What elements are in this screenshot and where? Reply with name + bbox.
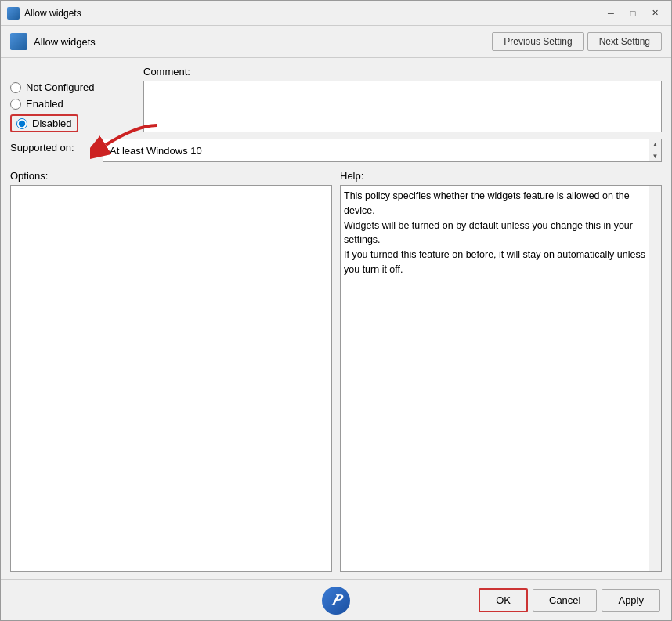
scroll-up-icon: ▲ xyxy=(652,141,659,148)
supported-row: Supported on: At least Windows 10 ▲ ▼ xyxy=(10,139,662,162)
scroll-down-icon: ▼ xyxy=(652,153,659,160)
disabled-radio[interactable] xyxy=(16,118,27,129)
supported-value-container: At least Windows 10 ▲ ▼ xyxy=(103,139,662,162)
logo-icon: 𝑃 xyxy=(322,587,350,615)
maximize-button[interactable]: □ xyxy=(623,5,643,22)
apply-button[interactable]: Apply xyxy=(602,589,660,612)
help-label: Help: xyxy=(340,170,662,182)
comment-label: Comment: xyxy=(143,66,662,78)
comment-section: Comment: xyxy=(143,66,662,132)
cancel-button[interactable]: Cancel xyxy=(533,589,597,612)
minimize-button[interactable]: ─ xyxy=(601,5,621,22)
options-label: Options: xyxy=(10,170,332,182)
next-setting-button[interactable]: Next Setting xyxy=(587,32,662,51)
top-section: Not Configured Enabled Disabled Comment: xyxy=(10,66,662,132)
help-text: This policy specifies whether the widget… xyxy=(344,190,645,275)
nav-buttons: Previous Setting Next Setting xyxy=(492,32,662,51)
supported-scrollbar[interactable]: ▲ ▼ xyxy=(649,139,661,161)
supported-value: At least Windows 10 xyxy=(110,145,202,157)
not-configured-label: Not Configured xyxy=(26,81,94,93)
disabled-label: Disabled xyxy=(32,117,72,129)
previous-setting-button[interactable]: Previous Setting xyxy=(492,32,583,51)
title-bar-title: Allow widgets xyxy=(24,8,601,19)
ok-button[interactable]: OK xyxy=(479,588,528,612)
header-title-text: Allow widgets xyxy=(34,36,96,48)
header-bar: Allow widgets Previous Setting Next Sett… xyxy=(1,26,671,58)
enabled-radio[interactable] xyxy=(10,99,21,110)
supported-label: Supported on: xyxy=(10,139,96,153)
title-bar-icon xyxy=(7,7,20,20)
not-configured-option[interactable]: Not Configured xyxy=(10,81,135,93)
comment-textarea[interactable] xyxy=(143,81,662,132)
help-scrollbar[interactable] xyxy=(649,186,661,571)
header-title-section: Allow widgets xyxy=(10,33,96,50)
header-icon xyxy=(10,33,27,50)
options-panel: Options: xyxy=(10,170,332,572)
footer: 𝑃 OK Cancel Apply xyxy=(1,579,671,620)
enabled-label: Enabled xyxy=(26,98,63,110)
radio-group: Not Configured Enabled Disabled xyxy=(10,66,135,132)
footer-logo: 𝑃 xyxy=(322,587,350,615)
content-area: Not Configured Enabled Disabled Comment: xyxy=(1,58,671,579)
disabled-box: Disabled xyxy=(10,114,78,132)
panels-section: Options: Help: This policy specifies whe… xyxy=(10,170,662,572)
main-window: Allow widgets ─ □ ✕ Allow widgets Previo… xyxy=(0,0,672,621)
help-content: This policy specifies whether the widget… xyxy=(340,185,662,572)
close-button[interactable]: ✕ xyxy=(645,5,665,22)
title-bar-controls: ─ □ ✕ xyxy=(601,5,665,22)
options-content xyxy=(10,185,332,572)
enabled-option[interactable]: Enabled xyxy=(10,98,135,110)
help-panel: Help: This policy specifies whether the … xyxy=(340,170,662,572)
not-configured-radio[interactable] xyxy=(10,82,21,93)
disabled-option[interactable]: Disabled xyxy=(10,114,135,132)
title-bar: Allow widgets ─ □ ✕ xyxy=(1,1,671,26)
